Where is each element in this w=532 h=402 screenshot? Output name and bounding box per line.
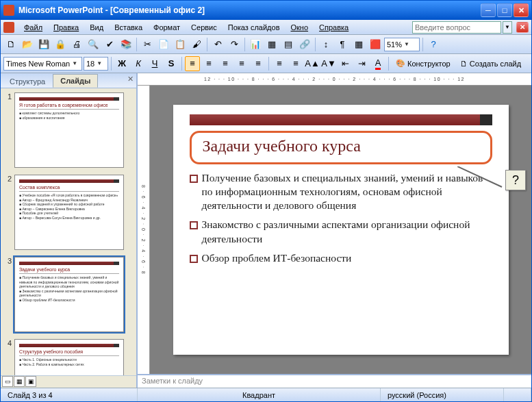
expand-all-icon[interactable]: ↕ [318, 37, 333, 52]
vertical-ruler: 8 · 6 · 4 · 2 · 0 · 2 · 4 · 6 · 8 [138, 86, 150, 374]
slide-title-placeholder[interactable]: Задачи учебного курса [190, 131, 492, 164]
align-center-icon[interactable]: ≡ [201, 56, 216, 71]
slide-bullet[interactable]: Получение базовых и специальных знаний, … [202, 171, 492, 212]
increase-indent-icon[interactable]: ⇥ [354, 56, 369, 71]
open-icon[interactable]: 📂 [20, 37, 35, 52]
slides-pane: Структура Слайды ✕ 1Я готов работать в с… [1, 73, 138, 388]
tab-outline[interactable]: Структура [2, 75, 53, 88]
new-icon[interactable]: 🗋 [3, 37, 18, 52]
numbering-icon[interactable]: ≡ [272, 56, 287, 71]
new-slide-button[interactable]: 🗋Создать слайд [456, 56, 525, 71]
thumbnail-2[interactable]: 2Состав комплекса■ Учебное пособие «Я го… [1, 173, 136, 255]
zoom-combo[interactable]: 51%▼ [384, 38, 420, 51]
menu-help[interactable]: Справка [314, 22, 354, 33]
cut-icon[interactable]: ✂ [140, 37, 155, 52]
format-painter-icon[interactable]: 🖌 [189, 37, 204, 52]
italic-button[interactable]: К [131, 56, 146, 71]
grid-icon[interactable]: ▦ [351, 37, 366, 52]
distributed-icon[interactable]: ≡ [251, 56, 266, 71]
horizontal-ruler: 12 · · · 10 · · · 8 · · · 6 · · · 4 · · … [138, 73, 531, 86]
align-right-icon[interactable]: ≡ [218, 56, 233, 71]
thumbnail-preview: Задачи учебного курса■ Получение базовых… [14, 257, 124, 332]
slide-bullet[interactable]: Знакомство с различными аспектами органи… [202, 218, 492, 245]
designer-button[interactable]: 🎨Конструктор [392, 56, 455, 71]
title-bar: Microsoft PowerPoint - [Современный офис… [1, 1, 531, 20]
status-layout: Квадрант [138, 388, 381, 401]
permission-icon[interactable]: 🔒 [53, 37, 68, 52]
increase-font-icon[interactable]: A▲ [305, 56, 320, 71]
slide-canvas[interactable]: Задачи учебного курса Получение базовых … [150, 86, 531, 374]
thumbnail-number: 2 [3, 175, 12, 250]
menu-tools[interactable]: Сервис [186, 22, 223, 33]
print-icon[interactable]: 🖨 [69, 37, 84, 52]
color-icon[interactable]: 🟥 [368, 37, 383, 52]
standard-toolbar: 🗋 📂 💾 🔒 🖨 🔍 ✔ 📚 ✂ 📄 📋 🖌 ↶ ↷ 📊 ▦ ▤ 🔗 ↕ ¶ … [1, 35, 531, 54]
hyperlink-icon[interactable]: 🔗 [297, 37, 312, 52]
thumbnail-preview: Я готов работать в современном офисе■ ко… [14, 92, 124, 168]
slideshow-view-icon[interactable]: ▣ [25, 376, 36, 387]
notes-pane[interactable]: Заметки к слайду [138, 374, 531, 388]
menu-edit[interactable]: Правка [48, 22, 84, 33]
tab-slides[interactable]: Слайды [53, 74, 98, 88]
separator [268, 57, 269, 71]
spellcheck-icon[interactable]: ✔ [102, 37, 117, 52]
table-icon[interactable]: ▦ [264, 37, 279, 52]
separator [207, 38, 207, 51]
status-language[interactable]: русский (Россия) [381, 388, 504, 401]
normal-view-icon[interactable]: ▭ [2, 376, 13, 387]
menu-window[interactable]: Окно [286, 22, 314, 33]
save-icon[interactable]: 💾 [36, 37, 51, 52]
formatting-toolbar: Times New Roman▼ 18▼ Ж К Ч S ≡ ≡ ≡ ≡ ≡ ≡… [1, 54, 531, 73]
thumbnails-list: 1Я готов работать в современном офисе■ к… [1, 88, 136, 375]
editor-pane: 12 · · · 10 · · · 8 · · · 6 · · · 4 · · … [138, 73, 531, 388]
show-formatting-icon[interactable]: ¶ [335, 37, 350, 52]
doc-close-button[interactable]: ✕ [516, 22, 529, 33]
print-preview-icon[interactable]: 🔍 [86, 37, 101, 52]
separator [244, 38, 245, 51]
status-extra [504, 388, 531, 401]
separator [422, 38, 423, 51]
align-justify-icon[interactable]: ≡ [234, 56, 249, 71]
menu-format[interactable]: Формат [148, 22, 186, 33]
thumbnail-preview: Структура учебного пособия■ Часть 1. Офи… [14, 339, 124, 375]
menu-file[interactable]: Файл [18, 22, 48, 33]
chart-icon[interactable]: 📊 [248, 37, 263, 52]
font-combo[interactable]: Times New Roman▼ [3, 57, 82, 71]
pane-close-icon[interactable]: ✕ [127, 75, 134, 84]
slide-title-text[interactable]: Задачи учебного курса [203, 137, 479, 155]
redo-icon[interactable]: ↷ [227, 37, 242, 52]
minimize-button[interactable]: ─ [481, 3, 496, 17]
help-icon[interactable]: ? [426, 37, 441, 52]
menu-slideshow[interactable]: Показ слайдов [223, 22, 286, 33]
shadow-button[interactable]: S [164, 56, 179, 71]
bullets-icon[interactable]: ≡ [288, 56, 303, 71]
help-callout-box[interactable]: ? [505, 170, 526, 190]
slide-bullet[interactable]: Обзор проблем ИТ-безопасности [202, 251, 492, 265]
app-menu-icon[interactable] [3, 22, 14, 33]
undo-icon[interactable]: ↶ [210, 37, 225, 52]
thumbnail-1[interactable]: 1Я готов работать в современном офисе■ к… [1, 91, 136, 173]
ask-question-dropdown[interactable]: ▼ [503, 21, 512, 34]
research-icon[interactable]: 📚 [118, 37, 134, 52]
decrease-font-icon[interactable]: A▼ [321, 56, 336, 71]
underline-button[interactable]: Ч [147, 56, 162, 71]
current-slide[interactable]: Задачи учебного курса Получение базовых … [173, 105, 509, 355]
tables-borders-icon[interactable]: ▤ [281, 37, 296, 52]
paste-icon[interactable]: 📋 [173, 37, 188, 52]
menu-view[interactable]: Вид [84, 22, 109, 33]
copy-icon[interactable]: 📄 [156, 37, 171, 52]
maximize-button[interactable]: □ [497, 3, 512, 17]
font-color-icon[interactable]: A [370, 56, 385, 71]
font-size-combo[interactable]: 18▼ [84, 57, 108, 71]
ask-question-input[interactable] [412, 21, 501, 34]
sorter-view-icon[interactable]: ▦ [14, 376, 25, 387]
close-button[interactable]: ✕ [514, 3, 529, 17]
thumbnail-4[interactable]: 4Структура учебного пособия■ Часть 1. Оф… [1, 338, 136, 375]
slide-body-placeholder[interactable]: Получение базовых и специальных знаний, … [190, 171, 492, 265]
bold-button[interactable]: Ж [114, 56, 129, 71]
align-left-icon[interactable]: ≡ [185, 56, 200, 71]
decrease-indent-icon[interactable]: ⇤ [338, 56, 353, 71]
app-window: Microsoft PowerPoint - [Современный офис… [0, 0, 532, 402]
menu-insert[interactable]: Вставка [109, 22, 148, 33]
thumbnail-3[interactable]: 3Задачи учебного курса■ Получение базовы… [1, 255, 136, 338]
